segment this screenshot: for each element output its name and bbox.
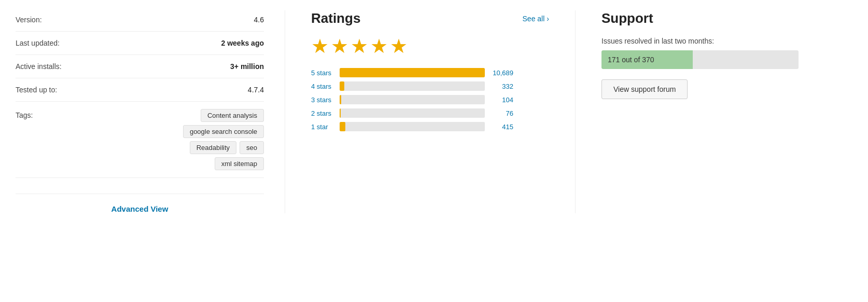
version-value: 4.6 <box>254 16 264 24</box>
rating-count-2[interactable]: 104 <box>490 96 513 104</box>
support-progress-bar: 171 out of 370 <box>601 50 799 69</box>
stars-display: ★ ★ ★ ★ ★ <box>311 35 549 58</box>
rating-label-2[interactable]: 3 stars <box>311 96 334 104</box>
ratings-header: Ratings See all › <box>311 10 549 26</box>
star-1-icon: ★ <box>311 35 329 58</box>
tag-item[interactable]: seo <box>240 141 264 154</box>
rating-bar-row: 4 stars332 <box>311 81 549 91</box>
see-all-chevron: › <box>547 15 549 23</box>
advanced-view-link[interactable]: Advanced View <box>111 204 169 213</box>
advanced-view-section: Advanced View <box>16 194 264 213</box>
star-5-icon: ★ <box>390 35 408 58</box>
tag-item[interactable]: Readability <box>190 141 236 154</box>
tags-section: Tags: Content analysisgoogle search cons… <box>16 102 264 178</box>
tag-item[interactable]: xml sitemap <box>215 157 264 170</box>
tags-inline-row: Readabilityseo <box>190 141 264 154</box>
tag-item[interactable]: Content analysis <box>201 109 264 122</box>
version-label: Version: <box>16 16 42 24</box>
tested-up-to-row: Tested up to: 4.7.4 <box>16 78 264 102</box>
tag-item[interactable]: google search console <box>183 125 264 138</box>
active-installs-label: Active installs: <box>16 62 62 71</box>
rating-label-0[interactable]: 5 stars <box>311 69 334 77</box>
version-row: Version: 4.6 <box>16 10 264 32</box>
star-2-icon: ★ <box>331 35 348 58</box>
rating-track-2 <box>340 95 485 104</box>
rating-fill-3 <box>340 108 341 118</box>
star-4-icon: ★ <box>370 35 388 58</box>
rating-bar-row: 2 stars76 <box>311 108 549 118</box>
tags-label: Tags: <box>16 109 33 170</box>
ratings-column: Ratings See all › ★ ★ ★ ★ ★ 5 stars10,68… <box>285 10 576 213</box>
rating-track-1 <box>340 81 485 91</box>
tested-label: Tested up to: <box>16 86 57 94</box>
rating-track-4 <box>340 122 485 131</box>
rating-count-3[interactable]: 76 <box>490 109 513 117</box>
rating-count-0[interactable]: 10,689 <box>490 69 513 77</box>
last-updated-value: 2 weeks ago <box>221 39 264 47</box>
active-installs-value: 3+ million <box>230 62 264 71</box>
rating-track-3 <box>340 108 485 118</box>
rating-fill-0 <box>340 68 485 77</box>
rating-track-0 <box>340 68 485 77</box>
tested-value: 4.7.4 <box>248 86 264 94</box>
support-title: Support <box>601 10 852 26</box>
rating-fill-1 <box>340 81 344 91</box>
support-progress-text: 171 out of 370 <box>608 56 654 64</box>
tags-list: Content analysisgoogle search consoleRea… <box>33 109 264 170</box>
rating-fill-4 <box>340 122 345 131</box>
see-all-link[interactable]: See all › <box>523 15 549 23</box>
support-issues-label: Issues resolved in last two months: <box>601 37 852 45</box>
ratings-title: Ratings <box>311 10 360 26</box>
rating-count-4[interactable]: 415 <box>490 123 513 131</box>
rating-label-4[interactable]: 1 star <box>311 123 334 131</box>
active-installs-row: Active installs: 3+ million <box>16 55 264 78</box>
rating-label-3[interactable]: 2 stars <box>311 109 334 117</box>
rating-bars: 5 stars10,6894 stars3323 stars1042 stars… <box>311 68 549 131</box>
rating-fill-2 <box>340 95 341 104</box>
last-updated-row: Last updated: 2 weeks ago <box>16 32 264 55</box>
rating-count-1[interactable]: 332 <box>490 83 513 90</box>
see-all-label: See all <box>523 15 545 23</box>
plugin-info-column: Version: 4.6 Last updated: 2 weeks ago A… <box>16 10 285 213</box>
last-updated-label: Last updated: <box>16 39 60 47</box>
support-column: Support Issues resolved in last two mont… <box>576 10 852 213</box>
view-support-forum-button[interactable]: View support forum <box>601 79 688 99</box>
rating-bar-row: 3 stars104 <box>311 95 549 104</box>
rating-bar-row: 5 stars10,689 <box>311 68 549 77</box>
rating-label-1[interactable]: 4 stars <box>311 83 334 90</box>
rating-bar-row: 1 star415 <box>311 122 549 131</box>
star-3-icon: ★ <box>351 35 368 58</box>
